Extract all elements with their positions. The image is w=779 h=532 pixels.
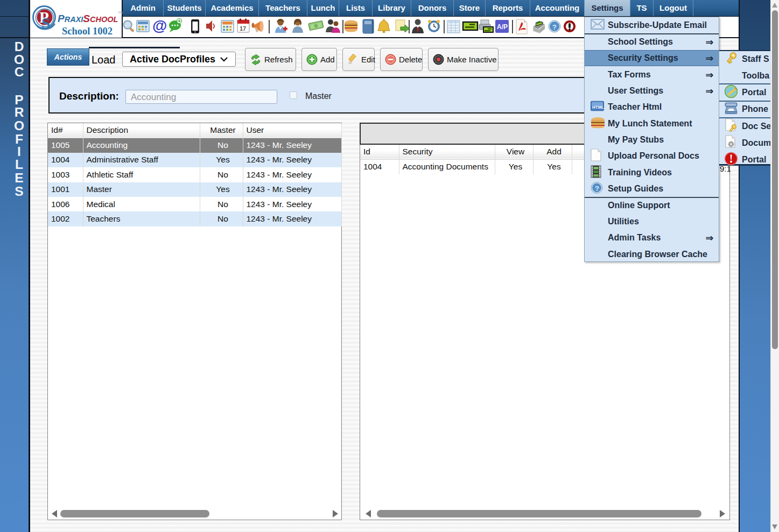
- svg-text:?: ?: [595, 185, 599, 193]
- svg-text:HTML: HTML: [592, 105, 604, 110]
- svg-text:A/P: A/P: [497, 23, 508, 31]
- svg-text:School 1002: School 1002: [62, 26, 113, 37]
- svg-text:?: ?: [552, 23, 557, 31]
- svg-text:@: @: [152, 17, 167, 34]
- svg-text:PRAXISCHOOL: PRAXISCHOOL: [58, 13, 118, 24]
- svg-text:17: 17: [240, 25, 246, 32]
- svg-text:TM: TM: [118, 11, 123, 15]
